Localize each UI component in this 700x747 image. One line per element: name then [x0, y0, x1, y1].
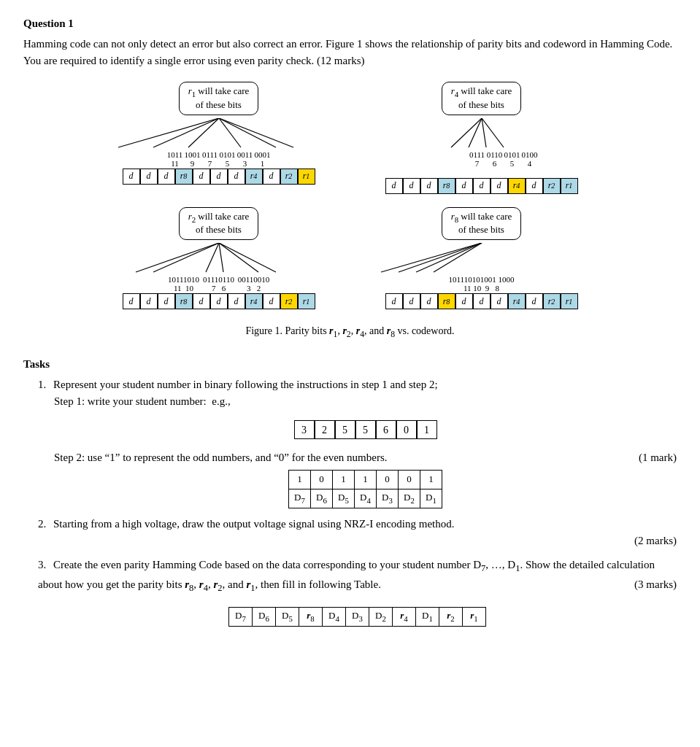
- bit-r4-d3: d: [526, 178, 543, 194]
- num-0: 0: [396, 420, 417, 439]
- svg-line-19: [381, 243, 482, 272]
- svg-line-14: [136, 243, 219, 272]
- bit-r4-r1: r1: [561, 178, 578, 194]
- bit-r4-d5: d: [491, 178, 508, 194]
- bit-r2-d3: d: [263, 293, 280, 309]
- bit-r8-d5: d: [491, 293, 508, 309]
- bit-r2-d11: d: [123, 293, 140, 309]
- bit-r4-r4: r4: [508, 178, 526, 194]
- num-5b: 5: [355, 420, 376, 439]
- step2-d3: D3: [377, 489, 399, 508]
- ht-d7: D7: [229, 607, 253, 626]
- bit-r2-r4: r4: [245, 293, 263, 309]
- bit-r8-r2: r2: [543, 293, 561, 309]
- hamming-code-table: D7 D6 D5 r8 D4 D3 D2 r4 D1 r2 r1: [228, 607, 486, 627]
- num-5: 5: [335, 420, 355, 439]
- task-1-number: 1.: [38, 379, 46, 390]
- task-1-step1: Step 1: write your student number: e.g.,…: [54, 393, 677, 445]
- svg-line-1: [219, 118, 276, 147]
- num-6: 6: [376, 420, 396, 439]
- step2-b5: 0: [377, 470, 399, 489]
- bit-r2-r1: r1: [298, 293, 315, 309]
- task-1-step2: Step 2: use “1” to represent the odd num…: [54, 449, 677, 508]
- step2-d4: D4: [355, 489, 377, 508]
- ht-r4: r4: [393, 607, 416, 626]
- bit-r2-d9: d: [158, 293, 175, 309]
- step2-d1: D1: [420, 489, 442, 508]
- svg-line-17: [416, 243, 482, 272]
- step2-binary-table: 1 0 1 1 0 0 1 D7 D6 D5 D4 D3 D2: [288, 470, 442, 508]
- task-2-number: 2.: [38, 518, 46, 530]
- r1-callout: r1 will take careof these bits: [179, 82, 259, 115]
- ht-d6: D6: [253, 607, 276, 626]
- task-3-text: Create the even parity Hamming Code base…: [38, 559, 655, 589]
- bit-r4-d6: d: [473, 178, 491, 194]
- question-title: Question 1: [23, 18, 677, 30]
- ht-d1: D1: [416, 607, 439, 626]
- bit-r1-d7: d: [193, 169, 210, 185]
- svg-line-4: [153, 118, 219, 147]
- step2-b6: 0: [399, 470, 420, 489]
- tasks-title: Tasks: [23, 358, 677, 371]
- bit-r2-d6: d: [210, 293, 228, 309]
- ht-r2: r2: [439, 607, 463, 626]
- r2-diagram: r2 will take careof these bits 101110101…: [109, 207, 328, 310]
- step2-d2: D2: [399, 489, 420, 508]
- bit-r8-d9: d: [420, 293, 438, 309]
- step2-b4: 1: [355, 470, 377, 489]
- bit-r4-r8: r8: [438, 178, 455, 194]
- task-3-number: 3.: [38, 559, 46, 570]
- step2-d7: D7: [289, 489, 311, 508]
- figure-container: r1 will take careof these bits 101111: [23, 82, 677, 351]
- svg-line-11: [219, 243, 258, 272]
- ht-d2: D2: [369, 607, 393, 626]
- ht-d3: D3: [346, 607, 369, 626]
- bit-r8-r1: r1: [561, 293, 578, 309]
- bit-r8-r8: r8: [438, 293, 455, 309]
- r2-callout: r2 will take careof these bits: [179, 207, 259, 241]
- svg-line-9: [451, 118, 482, 147]
- bit-r2-d10: d: [140, 293, 158, 309]
- ht-r8: r8: [299, 607, 323, 626]
- num-2: 2: [315, 420, 335, 439]
- bit-r2-r8: r8: [175, 293, 193, 309]
- task-3: 3. Create the even parity Hamming Code b…: [38, 557, 677, 632]
- step2-b2: 0: [311, 470, 333, 489]
- task-2: 2. Starting from a high voltage, draw th…: [38, 516, 677, 550]
- bit-r1-r8: r8: [175, 169, 193, 185]
- bit-r4-d7: d: [455, 178, 473, 194]
- r1-diagram: r1 will take careof these bits 101111: [109, 82, 328, 194]
- bit-r8-r4: r4: [508, 293, 526, 309]
- num-1: 1: [417, 420, 437, 439]
- bit-r1-d3: d: [263, 169, 280, 185]
- step2-b7: 1: [420, 470, 442, 489]
- bit-r4-d9: d: [420, 178, 438, 194]
- task-1: 1. Represent your student number in bina…: [38, 376, 677, 508]
- ht-d5: D5: [276, 607, 299, 626]
- step2-d6: D6: [311, 489, 333, 508]
- bit-r4-d11: d: [385, 178, 403, 194]
- bit-r8-d7: d: [455, 293, 473, 309]
- bit-r8-d6: d: [473, 293, 491, 309]
- svg-line-8: [469, 118, 482, 147]
- bit-r1-d9: d: [158, 169, 175, 185]
- ht-r1: r1: [463, 607, 486, 626]
- bit-r1-r1: r1: [298, 169, 315, 185]
- bit-r1-r2: r2: [280, 169, 298, 185]
- r4-callout: r4 will take careof these bits: [442, 82, 522, 115]
- step1-number-table: 3 2 5 5 6 0 1: [294, 420, 437, 439]
- figure-caption: Figure 1. Parity bits r1, r2, r4, and r8…: [245, 325, 454, 339]
- task-1-text: Represent your student number in binary …: [53, 379, 438, 390]
- r8-callout: r8 will take careof these bits: [442, 207, 522, 241]
- bit-r8-d3: d: [526, 293, 543, 309]
- step2-b1: 1: [289, 470, 311, 489]
- r8-diagram: r8 will take careof these bits 101110101…: [372, 207, 591, 310]
- task-2-text: Starting from a high voltage, draw the o…: [53, 518, 454, 530]
- intro-text: Hamming code can not only detect an erro…: [23, 36, 677, 69]
- bit-r1-d6: d: [210, 169, 228, 185]
- svg-line-10: [219, 243, 276, 272]
- bit-r4-d10: d: [403, 178, 420, 194]
- bit-r2-d7: d: [193, 293, 210, 309]
- bit-r1-d5: d: [228, 169, 245, 185]
- step2-b3: 1: [333, 470, 355, 489]
